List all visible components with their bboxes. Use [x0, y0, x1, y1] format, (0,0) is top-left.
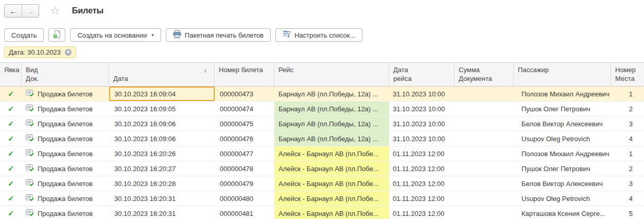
passenger-cell[interactable]: Белов Виктор Алексеевич [514, 116, 611, 131]
table-row[interactable]: ✓Продажа билетов30.10.2023 16:20:2800000… [0, 176, 644, 191]
doc-type-cell[interactable]: Продажа билетов [22, 176, 109, 191]
seat-number-cell[interactable]: 1 [611, 146, 644, 161]
column-header-attendance[interactable]: Явка [0, 63, 22, 86]
flight-date-cell[interactable]: 01.11.2023 12:00 [389, 146, 455, 161]
flight-cell[interactable]: Барнаул АВ (пл.Победы, 12а) ... [274, 116, 389, 131]
doc-type-cell[interactable]: Продажа билетов [22, 131, 109, 146]
column-header-date[interactable]: Дата ↓ [109, 63, 215, 86]
seat-number-cell[interactable]: 2 [611, 102, 644, 116]
amount-cell[interactable] [455, 176, 514, 191]
passenger-cell[interactable]: Usupov Oleg Petrovich [514, 131, 611, 146]
configure-list-button[interactable]: Настроить список... [275, 28, 362, 42]
date-cell[interactable]: 30.10.2023 16:20:31 [109, 191, 215, 206]
table-row[interactable]: ✓Продажа билетов30.10.2023 16:09:0600000… [0, 131, 644, 146]
flight-cell[interactable]: Барнаул АВ (пл.Победы, 12а) ... [274, 87, 389, 101]
seat-number-cell[interactable]: 3 [611, 116, 644, 131]
amount-cell[interactable] [455, 191, 514, 206]
flight-date-cell[interactable]: 01.11.2023 12:00 [389, 176, 455, 191]
attendance-check-icon[interactable]: ✓ [0, 146, 22, 161]
attendance-check-icon[interactable]: ✓ [0, 116, 22, 131]
seat-number-cell[interactable]: 4 [611, 131, 644, 146]
flight-cell[interactable]: Алейск - Барнаул АВ (пл.Побе... [274, 146, 389, 161]
date-cell[interactable]: 30.10.2023 16:20:28 [109, 176, 215, 191]
doc-type-cell[interactable]: Продажа билетов [22, 191, 109, 206]
column-header-ticket-number[interactable]: Номер билета [215, 63, 274, 86]
seat-number-cell[interactable]: 1 [611, 87, 644, 101]
batch-print-button[interactable]: Пакетная печать билетов [166, 28, 271, 42]
flight-date-cell[interactable]: 31.10.2023 10:00 [389, 131, 455, 146]
flight-date-cell[interactable]: 31.10.2023 10:00 [389, 87, 455, 101]
table-row[interactable]: ✓Продажа билетов30.10.2023 16:09:0600000… [0, 116, 644, 131]
seat-number-cell[interactable]: 2 [611, 161, 644, 176]
attendance-check-icon[interactable]: ✓ [0, 161, 22, 176]
back-button[interactable]: ← [5, 5, 22, 17]
flight-date-cell[interactable]: 01.11.2023 12:00 [389, 161, 455, 176]
doc-type-cell[interactable]: Продажа билетов [22, 87, 109, 101]
passenger-cell[interactable]: Карташова Ксения Серге... [514, 206, 611, 219]
doc-type-cell[interactable]: Продажа билетов [22, 206, 109, 219]
seat-number-cell[interactable]: 5 [611, 206, 644, 219]
ticket-number-cell[interactable]: 000000473 [215, 87, 274, 101]
create-group-button[interactable] [48, 28, 65, 42]
table-row[interactable]: ✓Продажа билетов30.10.2023 16:20:2600000… [0, 146, 644, 161]
create-button[interactable]: Создать [4, 28, 44, 42]
date-cell[interactable]: 30.10.2023 16:09:06 [109, 116, 215, 131]
table-row[interactable]: ✓Продажа билетов30.10.2023 16:20:3100000… [0, 191, 644, 206]
amount-cell[interactable] [455, 131, 514, 146]
amount-cell[interactable] [455, 206, 514, 219]
amount-cell[interactable] [455, 161, 514, 176]
amount-cell[interactable] [455, 87, 514, 101]
flight-cell[interactable]: Барнаул АВ (пл.Победы, 12а) ... [274, 102, 389, 116]
ticket-number-cell[interactable]: 000000481 [215, 206, 274, 219]
passenger-cell[interactable]: Полозов Михаил Андреевич [514, 146, 611, 161]
passenger-cell[interactable]: Usupov Oleg Petrovich [514, 191, 611, 206]
passenger-cell[interactable]: Белов Виктор Алексеевич [514, 176, 611, 191]
doc-type-cell[interactable]: Продажа билетов [22, 102, 109, 116]
ticket-number-cell[interactable]: 000000478 [215, 161, 274, 176]
seat-number-cell[interactable]: 4 [611, 191, 644, 206]
attendance-check-icon[interactable]: ✓ [0, 191, 22, 206]
table-row[interactable]: ✓Продажа билетов30.10.2023 16:09:0400000… [0, 87, 644, 102]
amount-cell[interactable] [455, 102, 514, 116]
flight-date-cell[interactable]: 31.10.2023 10:00 [389, 102, 455, 116]
column-header-amount[interactable]: Сумма Документа [455, 63, 514, 86]
column-header-passenger[interactable]: Пассажир [514, 63, 611, 86]
filter-remove-icon[interactable]: ✕ [65, 49, 72, 56]
date-cell[interactable]: 30.10.2023 16:09:06 [109, 131, 215, 146]
flight-cell[interactable]: Алейск - Барнаул АВ (пл.Побе... [274, 191, 389, 206]
date-cell[interactable]: 30.10.2023 16:20:27 [109, 161, 215, 176]
flight-cell[interactable]: Алейск - Барнаул АВ (пл.Побе... [274, 176, 389, 191]
doc-type-cell[interactable]: Продажа билетов [22, 146, 109, 161]
ticket-number-cell[interactable]: 000000479 [215, 176, 274, 191]
flight-cell[interactable]: Барнаул АВ (пл.Победы, 12а) ... [274, 131, 389, 146]
filter-tag-date[interactable]: Дата: 30.10.2023 ✕ [4, 46, 76, 58]
doc-type-cell[interactable]: Продажа билетов [22, 116, 109, 131]
amount-cell[interactable] [455, 146, 514, 161]
table-row[interactable]: ✓Продажа билетов30.10.2023 16:20:3100000… [0, 206, 644, 219]
ticket-number-cell[interactable]: 000000476 [215, 131, 274, 146]
date-cell[interactable]: 30.10.2023 16:09:05 [109, 102, 215, 116]
passenger-cell[interactable]: Полозов Михаил Андреевич [514, 87, 611, 101]
column-header-doc-type[interactable]: Вид Док. [22, 63, 109, 86]
table-row[interactable]: ✓Продажа билетов30.10.2023 16:09:0500000… [0, 102, 644, 116]
attendance-check-icon[interactable]: ✓ [0, 131, 22, 146]
favorite-star-icon[interactable]: ☆ [50, 5, 60, 16]
forward-button[interactable]: → [22, 5, 39, 17]
date-cell[interactable]: 30.10.2023 16:20:26 [109, 146, 215, 161]
attendance-check-icon[interactable]: ✓ [0, 102, 22, 116]
ticket-number-cell[interactable]: 000000480 [215, 191, 274, 206]
doc-type-cell[interactable]: Продажа билетов [22, 161, 109, 176]
date-cell[interactable]: 30.10.2023 16:20:31 [109, 206, 215, 219]
create-based-on-button[interactable]: Создать на основании ▾ [70, 28, 161, 42]
column-header-seat[interactable]: Номер Места [611, 63, 644, 86]
flight-date-cell[interactable]: 01.11.2023 12:00 [389, 206, 455, 219]
flight-cell[interactable]: Алейск - Барнаул АВ (пл.Побе... [274, 206, 389, 219]
attendance-check-icon[interactable]: ✓ [0, 87, 22, 101]
attendance-check-icon[interactable]: ✓ [0, 176, 22, 191]
column-header-flight-date[interactable]: Дата рейса [389, 63, 455, 86]
seat-number-cell[interactable]: 3 [611, 176, 644, 191]
ticket-number-cell[interactable]: 000000475 [215, 116, 274, 131]
date-cell[interactable]: 30.10.2023 16:09:04 [109, 87, 215, 101]
passenger-cell[interactable]: Пушок Олег Петрович [514, 102, 611, 116]
passenger-cell[interactable]: Пушок Олег Петрович [514, 161, 611, 176]
